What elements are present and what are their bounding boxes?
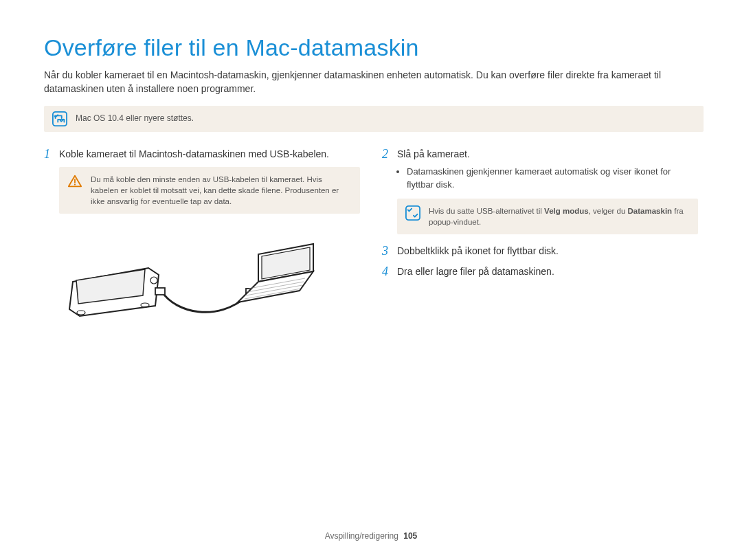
step-2: 2 Slå på kameraet. (382, 147, 698, 162)
step-number-2: 2 (382, 147, 390, 162)
note2-mid: , velger du (589, 207, 628, 215)
note-box-2: Hvis du satte USB-alternativet til Velg … (397, 199, 698, 234)
step-4-text: Dra eller lagre filer på datamaskinen. (397, 265, 554, 280)
caution-text: Du må koble den minste enden av USB-kabe… (91, 174, 352, 207)
svg-rect-6 (155, 288, 165, 295)
step-1-text: Koble kameraet til Macintosh-datamaskine… (59, 147, 329, 162)
warning-icon (67, 174, 82, 189)
page-footer: Avspilling/redigering 105 (0, 531, 742, 541)
step-3: 3 Dobbeltklikk på ikonet for flyttbar di… (382, 244, 698, 259)
usb-connection-illustration (59, 223, 320, 333)
step-4: 4 Dra eller lagre filer på datamaskinen. (382, 265, 698, 280)
top-note-box: Mac OS 10.4 eller nyere støttes. (44, 106, 704, 132)
caution-box: Du må koble den minste enden av USB-kabe… (59, 167, 360, 214)
step-number-1: 1 (44, 147, 52, 162)
right-column: 2 Slå på kameraet. Datamaskinen gjenkjen… (382, 147, 698, 334)
note-icon (405, 205, 420, 221)
step-number-3: 3 (382, 244, 390, 259)
svg-rect-12 (406, 206, 420, 220)
svg-point-2 (74, 184, 76, 186)
footer-section: Avspilling/redigering (325, 531, 398, 541)
footer-page-number: 105 (403, 531, 417, 541)
step-3-text: Dobbeltklikk på ikonet for flyttbar disk… (397, 244, 559, 259)
top-note-text: Mac OS 10.4 eller nyere støttes. (76, 113, 194, 124)
note-2-text: Hvis du satte USB-alternativet til Velg … (429, 205, 690, 227)
note2-bold1: Velg modus (544, 207, 589, 215)
bullet-item: Datamaskinen gjenkjenner kameraet automa… (407, 166, 698, 192)
step-2-bullets: Datamaskinen gjenkjenner kameraet automa… (397, 166, 698, 192)
note2-bold2: Datamaskin (628, 207, 673, 215)
step-2-text: Slå på kameraet. (397, 147, 470, 162)
step-1: 1 Koble kameraet til Macintosh-datamaski… (44, 147, 360, 162)
note-icon (52, 111, 67, 126)
note2-prefix: Hvis du satte USB-alternativet til (429, 207, 544, 215)
intro-text: Når du kobler kameraet til en Macintosh-… (44, 68, 698, 96)
left-column: 1 Koble kameraet til Macintosh-datamaski… (44, 147, 360, 334)
step-number-4: 4 (382, 265, 390, 280)
page-title: Overføre filer til en Mac-datamaskin (44, 34, 698, 61)
